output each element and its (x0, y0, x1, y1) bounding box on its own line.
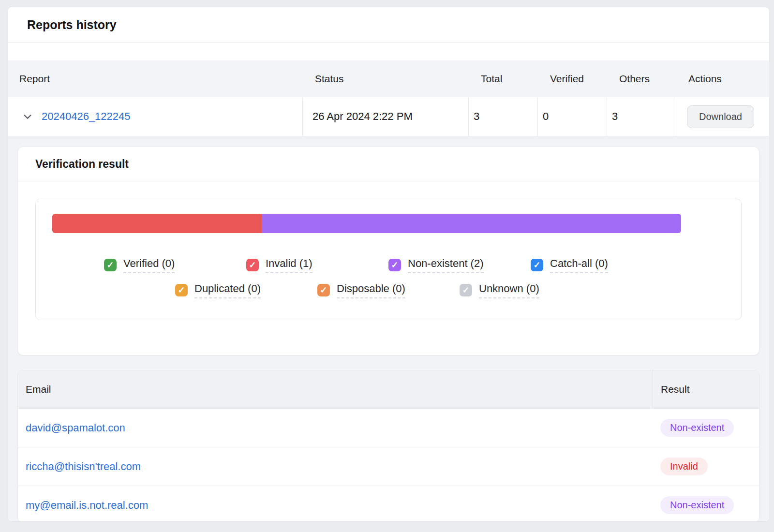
reports-history-card: Reports history Report Status Total Veri… (8, 7, 769, 521)
email-link[interactable]: david@spamalot.con (26, 422, 125, 434)
status-cell: 26 Apr 2024 2:22 PM (302, 97, 468, 136)
download-button[interactable]: Download (687, 105, 754, 128)
legend-label[interactable]: Unknown (0) (479, 282, 539, 298)
verification-stacked-bar (52, 214, 681, 233)
column-header-status: Status (302, 73, 468, 85)
legend-item-verified[interactable]: Verified (0) (104, 255, 246, 275)
verification-result-card: Verification result Verified (0) (17, 147, 759, 355)
emails-table-header: Email Result (18, 370, 759, 408)
others-cell: 3 (607, 97, 676, 136)
verification-chart-box: Verified (0) Invalid (1) Non-existent (2… (35, 199, 742, 320)
email-link[interactable]: riccha@thisisn'treal.com (26, 460, 141, 473)
verification-legend: Verified (0) Invalid (1) Non-existent (2… (36, 255, 741, 300)
result-badge: Non-existent (660, 419, 734, 437)
legend-item-catch-all[interactable]: Catch-all (0) (531, 255, 673, 275)
legend-item-non-existent[interactable]: Non-existent (2) (388, 255, 531, 275)
result-cell: Non-existent (653, 496, 759, 514)
legend-label[interactable]: Invalid (1) (266, 257, 313, 273)
verification-result-title: Verification result (18, 147, 759, 181)
actions-cell: Download (676, 97, 769, 136)
checkbox-checked-icon[interactable] (460, 284, 472, 296)
legend-label[interactable]: Disposable (0) (337, 282, 405, 298)
checkbox-checked-icon[interactable] (246, 259, 259, 271)
result-cell: Invalid (653, 458, 759, 475)
verified-cell: 0 (537, 97, 607, 136)
column-header-result: Result (653, 370, 759, 408)
column-header-others: Others (607, 73, 676, 85)
emails-table: Email Result david@spamalot.con Non-exis… (17, 370, 759, 521)
legend-label[interactable]: Catch-all (0) (550, 257, 608, 273)
legend-item-duplicated[interactable]: Duplicated (0) (175, 281, 317, 300)
bar-segment-non-existent (262, 214, 681, 233)
legend-item-invalid[interactable]: Invalid (1) (246, 255, 388, 275)
email-link[interactable]: my@email.is.not.real.com (26, 499, 148, 511)
checkbox-checked-icon[interactable] (388, 259, 401, 271)
legend-item-unknown[interactable]: Unknown (0) (460, 281, 602, 300)
column-header-actions: Actions (676, 73, 769, 85)
email-row: riccha@thisisn'treal.com Invalid (18, 447, 759, 486)
report-cell: 20240426_122245 (8, 97, 302, 136)
legend-label[interactable]: Non-existent (2) (408, 257, 484, 273)
column-header-email: Email (18, 370, 653, 408)
reports-table-header: Report Status Total Verified Others Acti… (8, 60, 769, 97)
result-badge: Non-existent (660, 496, 734, 514)
bar-segment-invalid (52, 214, 262, 233)
email-cell: my@email.is.not.real.com (18, 499, 653, 512)
legend-label[interactable]: Verified (0) (123, 257, 175, 273)
checkbox-checked-icon[interactable] (175, 284, 188, 296)
report-row: 20240426_122245 26 Apr 2024 2:22 PM 3 0 … (8, 97, 769, 136)
checkbox-checked-icon[interactable] (317, 284, 330, 296)
expanded-report-panel: Verification result Verified (0) (8, 136, 769, 521)
verification-result-body: Verified (0) Invalid (1) Non-existent (2… (18, 181, 759, 356)
email-row: david@spamalot.con Non-existent (18, 408, 759, 447)
column-header-verified: Verified (537, 73, 607, 85)
report-name-link[interactable]: 20240426_122245 (42, 110, 131, 123)
chevron-down-icon[interactable] (22, 111, 33, 122)
spacer (8, 43, 769, 60)
legend-item-disposable[interactable]: Disposable (0) (317, 281, 460, 300)
email-cell: riccha@thisisn'treal.com (18, 460, 653, 473)
email-row: my@email.is.not.real.com Non-existent (18, 486, 759, 521)
result-cell: Non-existent (653, 419, 759, 437)
checkbox-checked-icon[interactable] (531, 259, 543, 271)
checkbox-checked-icon[interactable] (104, 259, 117, 271)
page-title: Reports history (8, 7, 769, 43)
result-badge: Invalid (660, 458, 708, 475)
email-cell: david@spamalot.con (18, 422, 653, 434)
page-background: Reports history Report Status Total Veri… (0, 0, 774, 532)
legend-label[interactable]: Duplicated (0) (194, 282, 261, 298)
total-cell: 3 (468, 97, 537, 136)
column-header-total: Total (468, 73, 537, 85)
column-header-report: Report (8, 73, 302, 85)
